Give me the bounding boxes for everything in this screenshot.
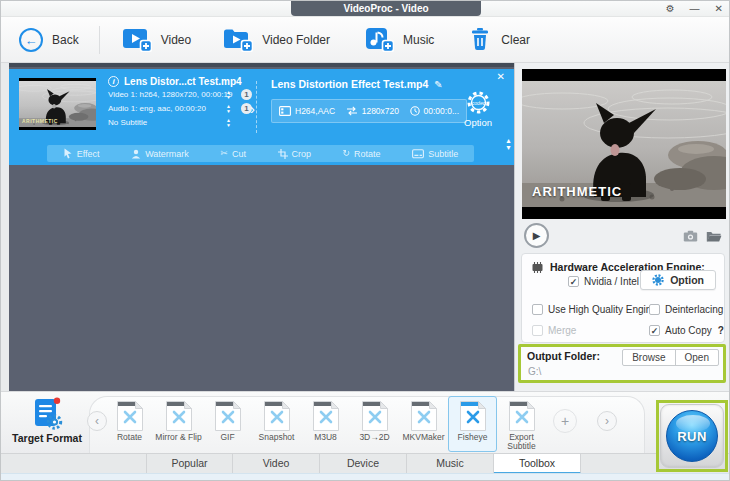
run-button-highlight: RUN	[656, 400, 728, 472]
svg-text:codec: codec	[471, 100, 485, 106]
subtitle-track-label: No Subtitle	[108, 118, 147, 127]
add-music-button[interactable]: Music	[364, 27, 434, 52]
play-button[interactable]: ▶	[524, 223, 549, 248]
add-tool-button[interactable]: +	[553, 409, 577, 433]
tool-mkvmaker[interactable]: MKVMaker	[399, 396, 448, 452]
tab-device[interactable]: Device	[320, 454, 407, 474]
back-icon: ←	[19, 28, 43, 52]
video-track-label: Video 1: h264, 1280x720, 00:00:19	[108, 90, 232, 99]
codec-info-bar: H264,AAC 1280x720 00:00:0...	[271, 99, 467, 123]
tab-popular[interactable]: Popular	[146, 454, 233, 474]
subtitle-track-row: No Subtitle ▲▼	[108, 116, 258, 130]
tool-m3u8[interactable]: M3U8	[301, 396, 350, 452]
audio-track-stepper[interactable]: ▲▼	[226, 104, 231, 114]
target-format-label: Target Format	[9, 432, 85, 444]
add-video-folder-button[interactable]: Video Folder	[223, 27, 330, 52]
chevron-right-icon: ›	[250, 101, 255, 116]
tool-mirror-flip[interactable]: Mirror & Flip	[154, 396, 203, 452]
close-button[interactable]: ✕	[715, 1, 723, 16]
subtitle-track-stepper[interactable]: ▲▼	[226, 118, 231, 128]
source-target-divider	[256, 81, 257, 133]
codec-gear-icon: codec	[465, 89, 492, 116]
clear-label: Clear	[501, 33, 530, 47]
rename-pencil-icon[interactable]: ✎	[434, 79, 442, 90]
minimize-button[interactable]: —	[690, 1, 700, 16]
deinterlacing-checkbox[interactable]: Deinterlacing	[649, 304, 723, 315]
crop-button[interactable]: Crop	[278, 149, 312, 159]
tool-fisheye[interactable]: Fisheye	[448, 396, 497, 452]
add-video-folder-icon	[223, 27, 253, 52]
trash-icon	[468, 27, 492, 52]
output-folder-label: Output Folder:	[527, 350, 600, 362]
run-button-bezel: RUN	[660, 404, 724, 468]
scroll-tools-right-button[interactable]: ›	[597, 411, 617, 431]
open-button[interactable]: Open	[676, 350, 718, 365]
chip-icon	[530, 262, 545, 273]
high-quality-checkbox[interactable]: Use High Quality Engine	[532, 304, 657, 315]
titlebar: VideoProc - Video ⚙ — ✕	[1, 1, 729, 17]
tab-toolbox[interactable]: Toolbox	[494, 454, 581, 474]
tool-snapshot[interactable]: Snapshot	[252, 396, 301, 452]
back-button[interactable]: ← Back	[19, 28, 79, 52]
video-preview: ARITHMETIC	[522, 69, 726, 219]
duration-item: 00:00:0...	[410, 106, 459, 116]
clip-card: ARITHMETIC i Lens Distor...ct Test.mp4 V…	[9, 69, 514, 165]
auto-copy-checkbox[interactable]: ✓ Auto Copy ?	[649, 325, 724, 336]
effect-button[interactable]: Effect	[63, 148, 100, 159]
thumbnail-overlay-text: ARITHMETIC	[22, 118, 58, 124]
hw-option-button[interactable]: Option	[640, 270, 716, 290]
toolbox-tools: Rotate Mirror & Flip GIF Snapshot M3U8 3…	[105, 396, 546, 452]
add-video-folder-label: Video Folder	[262, 33, 330, 47]
clock-icon	[410, 106, 420, 116]
main-toolbar: ← Back Video	[1, 17, 729, 63]
clip-reorder-stepper[interactable]: ▲▼	[505, 137, 512, 151]
merge-checkbox: Merge	[532, 325, 576, 336]
subtitle-button[interactable]: Subtitle	[412, 149, 458, 159]
video-track-stepper[interactable]: ▲▼	[226, 90, 231, 100]
source-info: i Lens Distor...ct Test.mp4 Video 1: h26…	[108, 74, 258, 130]
add-video-button[interactable]: Video	[122, 27, 191, 52]
snapshot-camera-icon[interactable]	[683, 230, 698, 242]
gpu-vendor-checkbox-box[interactable]: ✓	[568, 276, 579, 287]
target-format-icon	[31, 397, 63, 430]
crop-icon	[278, 149, 288, 159]
source-file-name-row: i Lens Distor...ct Test.mp4	[108, 74, 258, 88]
output-folder-section: Output Folder: Browse Open G:\	[518, 344, 726, 383]
auto-copy-checkbox-box[interactable]: ✓	[649, 325, 660, 336]
tool-export-subtitle[interactable]: Export Subtitle	[497, 396, 546, 452]
cut-button[interactable]: ✂ Cut	[220, 149, 246, 159]
merge-checkbox-box	[532, 325, 543, 336]
rotate-button[interactable]: ↻ Rotate	[343, 149, 381, 159]
tool-3d-2d[interactable]: 3D→2D	[350, 396, 399, 452]
tool-gif[interactable]: GIF	[203, 396, 252, 452]
high-quality-checkbox-box[interactable]	[532, 304, 543, 315]
toolbox-bar: Target Format ‹ Rotate Mirror & Flip GIF…	[1, 391, 729, 453]
browse-button[interactable]: Browse	[623, 350, 675, 365]
subtitle-icon	[412, 149, 424, 159]
clip-thumbnail[interactable]: ARITHMETIC	[19, 78, 96, 130]
tab-video[interactable]: Video	[233, 454, 320, 474]
add-video-icon	[122, 27, 152, 52]
source-file-name: Lens Distor...ct Test.mp4	[124, 76, 242, 87]
info-icon[interactable]: i	[108, 76, 119, 87]
run-button[interactable]: RUN	[666, 410, 718, 462]
deinterlacing-checkbox-box[interactable]	[649, 304, 660, 315]
remove-clip-button[interactable]: ✕	[497, 71, 505, 82]
window-title: VideoProc - Video	[291, 1, 481, 16]
settings-gear-icon[interactable]: ⚙	[666, 1, 675, 16]
open-output-folder-icon[interactable]	[706, 230, 722, 242]
add-music-label: Music	[403, 33, 434, 47]
audio-track-row: Audio 1: eng, aac, 00:00:20 ▲▼ 1	[108, 102, 258, 116]
window-controls: ⚙ — ✕	[666, 1, 723, 16]
tab-music[interactable]: Music	[407, 454, 494, 474]
auto-copy-help-icon[interactable]: ?	[718, 325, 724, 336]
scroll-tools-left-button[interactable]: ‹	[87, 411, 107, 431]
clear-button[interactable]: Clear	[468, 27, 530, 52]
watermark-button[interactable]: Watermark	[131, 149, 189, 159]
option-gear-icon	[652, 274, 664, 286]
effect-icon	[63, 148, 73, 159]
codec-option-button[interactable]: codec Option	[454, 89, 502, 128]
clip-edit-toolbar: Effect Watermark ✂ Cut Crop ↻ Rotate	[47, 145, 474, 162]
target-format-button[interactable]: Target Format	[9, 397, 85, 444]
tool-rotate[interactable]: Rotate	[105, 396, 154, 452]
